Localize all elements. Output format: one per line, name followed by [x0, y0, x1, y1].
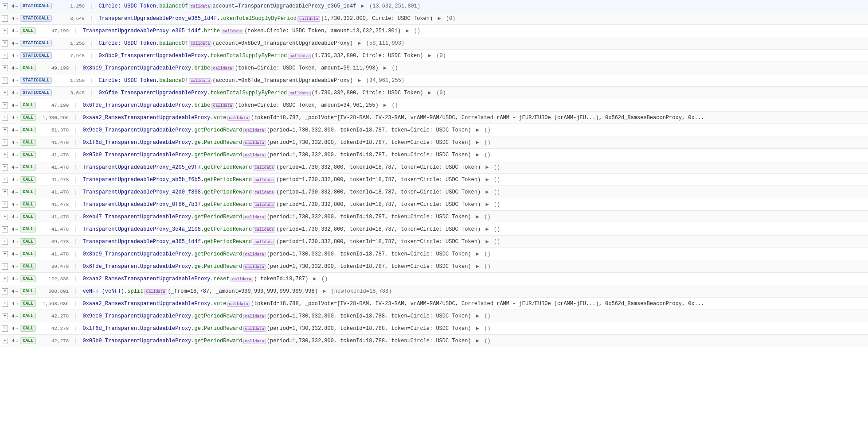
contract-name[interactable]: 0x9ec0_TransparentUpgradeableProxy: [82, 313, 191, 319]
contract-name[interactable]: 0x1f6d_TransparentUpgradeableProxy: [82, 325, 191, 332]
calldata-badge[interactable]: calldata: [144, 289, 167, 294]
method-name[interactable]: getPeriodReward: [194, 251, 242, 257]
calldata-badge[interactable]: calldata: [227, 116, 250, 121]
method-name[interactable]: balanceOf: [159, 40, 188, 46]
method-name[interactable]: getPeriodReward: [194, 263, 242, 270]
contract-name[interactable]: 0x1f6d_TransparentUpgradeableProxy: [82, 139, 191, 146]
expand-button[interactable]: +: [2, 90, 8, 96]
expand-button[interactable]: +: [2, 239, 8, 245]
calldata-badge[interactable]: calldata: [189, 41, 211, 46]
contract-name[interactable]: 0x05b9_TransparentUpgradeableProxy: [82, 338, 191, 344]
calldata-badge[interactable]: calldata: [297, 16, 320, 22]
calldata-badge[interactable]: calldata: [253, 227, 275, 232]
calldata-badge[interactable]: calldata: [221, 29, 243, 34]
contract-name[interactable]: Circle: USDC Token: [98, 40, 156, 46]
method-name[interactable]: reset: [214, 276, 230, 282]
calldata-badge[interactable]: calldata: [243, 326, 266, 332]
contract-name[interactable]: 0x6fde_TransparentUpgradeableProxy: [82, 263, 191, 270]
contract-name[interactable]: TransparentUpgradeableProxy_ab5b_f6b5: [82, 177, 200, 183]
method-name[interactable]: getPeriodReward: [204, 189, 252, 195]
method-name[interactable]: getPeriodReward: [194, 214, 242, 220]
calldata-badge[interactable]: calldata: [253, 240, 275, 245]
method-name[interactable]: split: [127, 288, 143, 294]
method-name[interactable]: getPeriodReward: [204, 239, 252, 245]
expand-button[interactable]: +: [2, 301, 8, 307]
expand-button[interactable]: +: [2, 325, 8, 332]
contract-name[interactable]: 0x8bc9_TransparentUpgradeableProxy: [98, 53, 207, 59]
expand-button[interactable]: +: [2, 139, 8, 146]
expand-button[interactable]: +: [2, 28, 8, 34]
calldata-badge[interactable]: calldata: [243, 153, 266, 158]
calldata-badge[interactable]: calldata: [243, 140, 266, 146]
expand-button[interactable]: +: [2, 53, 8, 59]
contract-name[interactable]: 0xaaa2_RamsesTransparentUpgradeableProxy: [82, 301, 210, 307]
calldata-badge[interactable]: calldata: [231, 277, 253, 282]
method-name[interactable]: tokenTotalSupplyByPeriod: [220, 15, 297, 22]
expand-button[interactable]: +: [2, 177, 8, 183]
method-name[interactable]: getPeriodReward: [194, 313, 242, 319]
expand-button[interactable]: +: [2, 3, 8, 9]
method-name[interactable]: bribe: [194, 65, 210, 71]
method-name[interactable]: getPeriodReward: [194, 152, 242, 158]
method-name[interactable]: getPeriodReward: [204, 201, 252, 208]
method-name[interactable]: getPeriodReward: [204, 164, 252, 170]
contract-name[interactable]: TransparentUpgradeableProxy_42d0_f898: [82, 189, 200, 195]
calldata-badge[interactable]: calldata: [243, 339, 266, 344]
expand-button[interactable]: +: [2, 65, 8, 71]
contract-name[interactable]: 0xeb47_TransparentUpgradeableProxy: [82, 214, 191, 220]
calldata-badge[interactable]: calldata: [189, 78, 211, 84]
contract-name[interactable]: Circle: USDC Token: [98, 77, 156, 84]
contract-name[interactable]: Circle: USDC Token: [98, 3, 156, 9]
calldata-badge[interactable]: calldata: [253, 190, 275, 195]
contract-name[interactable]: TransparentUpgradeableProxy_3e4a_2108: [82, 226, 200, 232]
contract-name[interactable]: TransparentUpgradeableProxy_4205_e9f7: [82, 164, 200, 170]
expand-button[interactable]: +: [2, 15, 8, 22]
method-name[interactable]: tokenTotalSupplyByPeriod: [210, 90, 287, 96]
contract-name[interactable]: 0x8bc9_TransparentUpgradeableProxy: [82, 65, 191, 71]
method-name[interactable]: getPeriodReward: [204, 226, 252, 232]
expand-button[interactable]: +: [2, 164, 8, 170]
expand-button[interactable]: +: [2, 115, 8, 121]
expand-button[interactable]: +: [2, 214, 8, 220]
method-name[interactable]: getPeriodReward: [194, 127, 242, 133]
contract-name[interactable]: 0xaaa2_RamsesTransparentUpgradeableProxy: [82, 115, 210, 121]
contract-name[interactable]: TransparentUpgradeableProxy_e365_1d4f: [98, 15, 216, 22]
calldata-badge[interactable]: calldata: [253, 202, 275, 208]
method-name[interactable]: getPeriodReward: [194, 325, 242, 332]
expand-button[interactable]: +: [2, 263, 8, 270]
contract-name[interactable]: TransparentUpgradeableProxy_0f86_7b37: [82, 201, 200, 208]
method-name[interactable]: bribe: [204, 28, 220, 34]
expand-button[interactable]: +: [2, 102, 8, 108]
calldata-badge[interactable]: calldata: [227, 302, 250, 307]
contract-name[interactable]: TransparentUpgradeableProxy_e365_1d4f: [82, 239, 200, 245]
expand-button[interactable]: +: [2, 127, 8, 133]
calldata-badge[interactable]: calldata: [189, 4, 211, 9]
contract-name[interactable]: 0x9ec0_TransparentUpgradeableProxy: [82, 127, 191, 133]
contract-name[interactable]: 0x6fde_TransparentUpgradeableProxy: [98, 90, 207, 96]
expand-button[interactable]: +: [2, 288, 8, 294]
calldata-badge[interactable]: calldata: [243, 215, 266, 220]
method-name[interactable]: tokenTotalSupplyByPeriod: [210, 53, 287, 59]
method-name[interactable]: vote: [214, 301, 227, 307]
expand-button[interactable]: +: [2, 338, 8, 344]
method-name[interactable]: balanceOf: [159, 77, 188, 84]
calldata-badge[interactable]: calldata: [243, 264, 266, 270]
calldata-badge[interactable]: calldata: [288, 91, 310, 96]
expand-button[interactable]: +: [2, 77, 8, 84]
contract-name[interactable]: 0x8bc9_TransparentUpgradeableProxy: [82, 251, 191, 257]
expand-button[interactable]: +: [2, 226, 8, 232]
calldata-badge[interactable]: calldata: [243, 252, 266, 257]
expand-button[interactable]: +: [2, 189, 8, 195]
calldata-badge[interactable]: calldata: [243, 128, 266, 133]
expand-button[interactable]: +: [2, 201, 8, 208]
calldata-badge[interactable]: calldata: [253, 178, 275, 183]
calldata-badge[interactable]: calldata: [243, 314, 266, 319]
method-name[interactable]: balanceOf: [159, 3, 188, 9]
contract-name[interactable]: veNFT (veNFT): [82, 288, 124, 294]
method-name[interactable]: getPeriodReward: [194, 338, 242, 344]
expand-button[interactable]: +: [2, 276, 8, 282]
expand-button[interactable]: +: [2, 251, 8, 257]
method-name[interactable]: vote: [214, 115, 227, 121]
expand-button[interactable]: +: [2, 152, 8, 158]
contract-name[interactable]: 0x05b9_TransparentUpgradeableProxy: [82, 152, 191, 158]
